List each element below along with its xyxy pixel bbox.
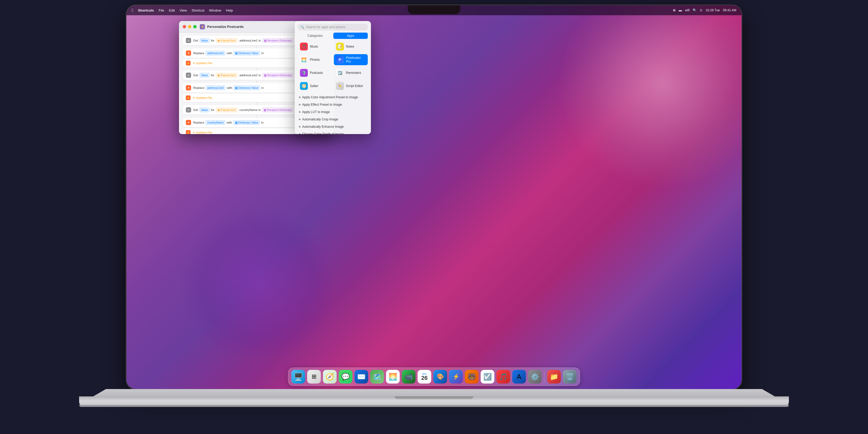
action-list-item-1[interactable]: Apply Effect Preset to Image xyxy=(296,101,369,108)
replace-icon-1: ✦ xyxy=(186,51,191,56)
action-list-item-3[interactable]: Automatically Crop Image xyxy=(296,116,369,123)
app-item-notes[interactable]: 📝 Notes xyxy=(334,41,368,52)
updated-file-icon-1: ⚡ xyxy=(186,61,191,65)
dock-item-bear[interactable]: 🐻 xyxy=(465,370,479,383)
menu-shortcut[interactable]: Shortcut xyxy=(192,8,204,12)
action-list[interactable]: Apply Color Adjustment Preset to Image A… xyxy=(295,94,371,134)
action-picker: 🔍 Search for apps and actions Categories… xyxy=(295,21,371,134)
screen-stand xyxy=(92,389,776,397)
podcasts-app-icon: 🎙️ xyxy=(300,69,308,77)
get-value-icon-3: ≡ xyxy=(186,107,191,113)
dock-item-system-preferences[interactable]: ⚙️ xyxy=(528,370,542,383)
action-text-get1: Get Value for ◉ Repeat Item .addressLine… xyxy=(193,38,294,43)
desktop:  Shortcuts File Edit View Shortcut Wind… xyxy=(126,5,742,389)
script-editor-app-icon: ✏️ xyxy=(336,82,344,90)
action-text-replace2: Replace addressLine2 with ▦ Dictionary V… xyxy=(193,86,264,90)
app-item-pixelmator[interactable]: P Pixelmator Pro xyxy=(334,54,368,65)
pixelmator-app-icon: P xyxy=(336,56,344,64)
control-center-icon[interactable]: ⊠ xyxy=(673,8,676,12)
action-text-replace1: Replace addressLine1 with ▦ Dictionary V… xyxy=(193,51,264,56)
dock-item-folder[interactable]: 📁 xyxy=(547,370,561,383)
search-bar[interactable]: 🔍 Search for apps and actions xyxy=(298,24,368,30)
notch xyxy=(408,5,460,14)
action-list-item-2[interactable]: Apply LUT to Image xyxy=(296,108,369,116)
laptop-bottom-edge xyxy=(79,405,789,407)
dock-item-pixelmator[interactable]: 🎨 xyxy=(433,370,447,383)
photos-app-icon: 🌅 xyxy=(300,56,308,64)
action-label-1: Apply Effect Preset to Image xyxy=(302,103,342,106)
minimize-button[interactable] xyxy=(188,25,191,28)
dock-item-music[interactable]: 🎵 xyxy=(497,370,510,383)
get-value-icon-2: ≡ xyxy=(186,72,191,78)
date-time: 10-26 Tue xyxy=(706,8,720,12)
app-item-reminders[interactable]: ☑️ Reminders xyxy=(334,67,368,78)
action-list-item-4[interactable]: Automatically Enhance Image xyxy=(296,123,369,130)
dock-item-safari[interactable]: 🧭 xyxy=(323,370,337,383)
pixelmator-app-name: Pixelmator Pro xyxy=(346,56,366,63)
bullet-4 xyxy=(299,126,301,127)
dock-item-messages[interactable]: 💬 xyxy=(339,370,352,383)
dock-item-calendar[interactable]: OCT 26 xyxy=(418,370,431,383)
dock-item-maps[interactable]: 🗺️ xyxy=(370,370,384,383)
dock-item-reminders[interactable]: ☑️ xyxy=(481,370,494,383)
menu-file[interactable]: File xyxy=(159,8,164,12)
bullet-0 xyxy=(299,96,301,98)
tab-categories[interactable]: Categories xyxy=(298,33,332,39)
reminders-app-name: Reminders xyxy=(346,71,361,75)
wifi-icon[interactable]: wifi xyxy=(685,8,689,12)
photos-app-name: Photos xyxy=(310,58,320,62)
dock-item-facetime[interactable]: 📹 xyxy=(402,370,415,383)
action-text-get2: Get Value for ◉ Repeat Item .addressLine… xyxy=(193,73,294,78)
updated-file-label-1: ✦ Updated File xyxy=(193,62,212,65)
menubar-left:  Shortcuts File Edit View Shortcut Wind… xyxy=(132,8,233,12)
app-item-photos[interactable]: 🌅 Photos xyxy=(298,54,332,65)
replace-icon-3: ✦ xyxy=(186,120,191,125)
dock-item-trash[interactable]: 🗑️ xyxy=(563,370,577,383)
shortcuts-app-icon: ⚡ xyxy=(200,24,205,29)
app-item-podcasts[interactable]: 🎙️ Podcasts xyxy=(298,67,332,78)
menu-window[interactable]: Window xyxy=(209,8,221,12)
menu-view[interactable]: View xyxy=(180,8,187,12)
safari-app-icon: 🧭 xyxy=(300,82,308,90)
reminders-app-icon: ☑️ xyxy=(336,69,344,77)
dock-item-finder[interactable]: 🖥️ xyxy=(291,370,305,383)
action-text-get3: Get Value for ◉ Repeat Item .countryName… xyxy=(193,107,293,113)
updated-file-label-3: ✦ Updated File xyxy=(193,131,212,134)
safari-app-name: Safari xyxy=(310,84,318,88)
app-item-music[interactable]: 🎵 Music xyxy=(298,41,332,52)
laptop-base xyxy=(79,396,789,407)
dock-item-photos[interactable]: 🌅 xyxy=(386,370,400,383)
app-name-menu[interactable]: Shortcuts xyxy=(138,8,154,12)
action-label-3: Automatically Crop Image xyxy=(302,118,338,121)
tab-apps[interactable]: Apps xyxy=(333,33,368,39)
menu-help[interactable]: Help xyxy=(226,8,233,12)
action-list-item-5[interactable]: Change Color Depth of Image xyxy=(296,130,369,134)
notes-app-icon: 📝 xyxy=(336,42,344,51)
updated-file-icon-3: ⚡ xyxy=(186,130,191,134)
dock: 🖥️ ⊞ 🧭 💬 ✉️ 🗺️ 🌅 📹 OCT 26 🎨 ⚡ 🐻 ☑️ xyxy=(288,368,580,386)
maximize-button[interactable] xyxy=(193,25,197,28)
siri-icon[interactable]: ⊙ xyxy=(700,8,703,12)
dock-item-mail[interactable]: ✉️ xyxy=(354,370,368,383)
app-grid: 🎵 Music 📝 Notes 🌅 Photos P xyxy=(295,41,371,94)
close-button[interactable] xyxy=(183,25,186,28)
bullet-2 xyxy=(299,111,301,113)
bullet-1 xyxy=(299,104,301,105)
action-label-2: Apply LUT to Image xyxy=(302,110,330,114)
laptop-hinge xyxy=(395,396,473,399)
menubar-right: ⊠ ▬ wifi 🔍 ⊙ 10-26 Tue 09:41 AM xyxy=(673,8,736,12)
dock-item-shortcuts[interactable]: ⚡ xyxy=(449,370,463,383)
menu-edit[interactable]: Edit xyxy=(169,8,175,12)
action-list-item-0[interactable]: Apply Color Adjustment Preset to Image xyxy=(296,94,369,101)
app-item-safari[interactable]: 🧭 Safari xyxy=(298,81,332,91)
spotlight-icon[interactable]: 🔍 xyxy=(693,8,696,12)
dock-area: 🖥️ ⊞ 🧭 💬 ✉️ 🗺️ 🌅 📹 OCT 26 🎨 ⚡ 🐻 ☑️ xyxy=(288,368,580,386)
updated-file-icon-2: ⚡ xyxy=(186,95,191,100)
clock: 09:41 AM xyxy=(723,8,736,12)
app-item-script-editor[interactable]: ✏️ Script Editor xyxy=(334,81,368,91)
notes-app-name: Notes xyxy=(346,45,354,49)
dock-item-appstore[interactable]: A xyxy=(512,370,526,383)
bullet-3 xyxy=(299,119,301,120)
dock-item-launchpad[interactable]: ⊞ xyxy=(307,370,321,383)
battery-icon: ▬ xyxy=(679,8,682,12)
